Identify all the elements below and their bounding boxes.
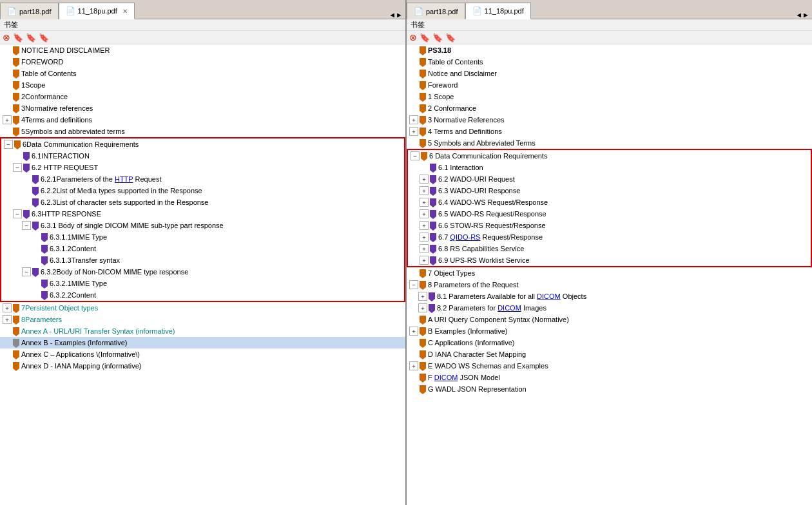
tree-item-r16[interactable]: + 6.6 STOW-RS Request/Response [408, 220, 811, 231]
tree-item-r5[interactable]: 1 Scope [407, 91, 812, 102]
expand-btn-plus[interactable]: + [420, 244, 429, 253]
right-toolbar-icon-bookmark1[interactable]: 🔖 [420, 33, 430, 43]
tree-item-l11[interactable]: − 6.2 HTTP REQUEST [1, 162, 404, 173]
left-toolbar-icon-bookmark1[interactable]: 🔖 [13, 33, 23, 43]
tree-item-r22[interactable]: + 8.1 Parameters Available for all DICOM… [407, 291, 812, 302]
tree-item-r8[interactable]: + 4 Terms and Definitions [407, 126, 812, 137]
expand-btn-plus[interactable]: + [420, 256, 429, 265]
tree-item-l19[interactable]: 6.3.1.3Transfer syntax [1, 254, 404, 266]
expand-btn-plus[interactable]: + [420, 209, 429, 218]
tree-item-r23[interactable]: + 8.2 Parameters for DICOM Images [407, 302, 812, 314]
tree-item-r10[interactable]: − 6 Data Communication Requirements [408, 150, 811, 162]
tree-item-r13[interactable]: + 6.3 WADO-URI Response [408, 185, 811, 196]
tree-item-l28[interactable]: Annex D - IANA Mapping (informative) [0, 360, 405, 372]
expand-btn-minus[interactable]: − [13, 209, 22, 218]
tree-item-r14[interactable]: + 6.4 WADO-WS Request/Response [408, 196, 811, 208]
right-toolbar-icon-close[interactable]: ⊗ [409, 32, 417, 43]
right-tab-11_18pu[interactable]: 📄 11_18pu.pdf [465, 3, 531, 19]
tree-item-l16[interactable]: − 6.3.1 Body of single DICOM MIME sub-ty… [1, 220, 404, 231]
left-tab-part18[interactable]: 📄 part18.pdf [0, 3, 59, 19]
tree-item-r28[interactable]: + E WADO WS Schemas and Examples [407, 360, 812, 372]
left-tab-close[interactable]: ✕ [122, 8, 128, 15]
tree-item-r26[interactable]: C Applications (Informative) [407, 337, 812, 348]
tree-item-r3[interactable]: Notice and Disclaimer [407, 68, 812, 79]
expand-btn-plus[interactable]: + [420, 175, 429, 184]
right-toolbar-icon-bookmark3[interactable]: 🔖 [445, 33, 456, 43]
link-text[interactable]: DICOM [498, 304, 521, 312]
expand-btn-minus[interactable]: − [4, 140, 13, 149]
tree-item-r25[interactable]: + B Examples (Informative) [407, 325, 812, 337]
tree-item-r29[interactable]: F DICOM JSON Model [407, 372, 812, 383]
tree-item-l27[interactable]: Annex C – Applications \(Informative\) [0, 348, 405, 360]
tree-item-l4[interactable]: 1Scope [0, 79, 405, 91]
tree-item-l3[interactable]: Table of Contents [0, 68, 405, 79]
expand-btn-plus[interactable]: + [418, 303, 427, 312]
link-text[interactable]: QIDO-RS [450, 233, 480, 241]
expand-btn-plus[interactable]: + [3, 115, 12, 124]
expand-btn-plus[interactable]: + [409, 115, 418, 124]
tree-item-l14[interactable]: 6.2.3List of character sets supported in… [1, 196, 404, 208]
left-toolbar-icon-bookmark3[interactable]: 🔖 [39, 33, 49, 43]
tree-item-r2[interactable]: Table of Contents [407, 56, 812, 68]
tree-item-l26[interactable]: Annex B - Examples (Informative) [0, 337, 405, 348]
expand-btn-plus[interactable]: + [420, 233, 429, 242]
right-nav-prev[interactable]: ◄ [795, 11, 802, 19]
tree-item-r11[interactable]: 6.1 Interaction [408, 162, 811, 173]
tree-item-r21[interactable]: − 8 Parameters of the Request [407, 279, 812, 291]
tree-item-r18[interactable]: + 6.8 RS Capabilities Service [408, 243, 811, 254]
tree-item-l8[interactable]: 5Symbols and abbreviated terms [0, 126, 405, 137]
expand-btn-plus[interactable]: + [3, 315, 12, 324]
tree-item-l10[interactable]: 6.1INTERACTION [1, 150, 404, 162]
expand-btn-plus[interactable]: + [420, 198, 429, 207]
expand-btn-minus[interactable]: − [411, 151, 420, 160]
tree-item-l24[interactable]: + 8Parameters [0, 314, 405, 325]
tree-item-r12[interactable]: + 6.2 WADO-URI Request [408, 173, 811, 185]
tree-item-l2[interactable]: FOREWORD [0, 56, 405, 68]
tree-item-r7[interactable]: + 3 Normative References [407, 114, 812, 126]
right-tab-part18[interactable]: 📄 part18.pdf [407, 3, 465, 19]
tree-item-r20[interactable]: 7 Object Types [407, 267, 812, 279]
tree-item-l5[interactable]: 2Conformance [0, 91, 405, 102]
link-text[interactable]: DICOM [434, 374, 458, 381]
expand-btn-plus[interactable]: + [418, 292, 427, 301]
left-toolbar-icon-close[interactable]: ⊗ [3, 32, 10, 43]
tree-item-l25[interactable]: Annex A - URL/URI Transfer Syntax (infor… [0, 325, 405, 337]
expand-btn-minus[interactable]: − [22, 267, 31, 276]
tree-item-r4[interactable]: Foreword [407, 79, 812, 91]
tree-item-l17[interactable]: 6.3.1.1MIME Type [1, 231, 404, 243]
expand-btn-plus[interactable]: + [420, 221, 429, 230]
tree-item-l6[interactable]: 3Normative references [0, 102, 405, 114]
tree-item-r24[interactable]: A URI Query Component Syntax (Normative) [407, 314, 812, 325]
tree-item-r9[interactable]: 5 Symbols and Abbreviated Terms [407, 137, 812, 149]
tree-item-l21[interactable]: 6.3.2.1MIME Type [1, 278, 404, 289]
tree-item-l9[interactable]: − 6Data Communication Requirements [1, 138, 404, 150]
tree-item-l20[interactable]: − 6.3.2Body of Non-DICOM MIME type respo… [1, 266, 404, 278]
tree-item-l13[interactable]: 6.2.2List of Media types supported in th… [1, 185, 404, 196]
tree-item-r6[interactable]: 2 Conformance [407, 102, 812, 114]
expand-btn-minus[interactable]: − [409, 280, 418, 289]
link-text[interactable]: HTTP [115, 175, 133, 183]
left-toolbar-icon-bookmark2[interactable]: 🔖 [26, 33, 36, 43]
tree-item-r15[interactable]: + 6.5 WADO-RS Request/Response [408, 208, 811, 220]
tree-item-l22[interactable]: 6.3.2.2Content [1, 289, 404, 301]
tree-item-r30[interactable]: G WADL JSON Representation [407, 383, 812, 395]
tree-item-l15[interactable]: − 6.3HTTP RESPONSE [1, 208, 404, 220]
expand-btn-plus[interactable]: + [420, 186, 429, 195]
left-nav-next[interactable]: ► [396, 11, 403, 19]
tree-item-l1[interactable]: NOTICE AND DISCLAIMER [0, 44, 405, 56]
tree-item-l23[interactable]: + 7Persistent Object types [0, 302, 405, 314]
expand-btn-plus[interactable]: + [409, 361, 418, 370]
expand-btn-plus[interactable]: + [409, 327, 418, 336]
tree-item-r19[interactable]: + 6.9 UPS-RS Worklist Service [408, 254, 811, 266]
right-nav-next[interactable]: ► [802, 11, 809, 19]
left-nav-prev[interactable]: ◄ [389, 11, 396, 19]
tree-item-l7[interactable]: + 4Terms and definitions [0, 114, 405, 126]
left-tab-11_18pu[interactable]: 📄 11_18pu.pdf ✕ [59, 3, 135, 19]
tree-item-l12[interactable]: 6.2.1Parameters of the HTTP Request [1, 173, 404, 185]
tree-item-r1[interactable]: PS3.18 [407, 44, 812, 56]
expand-btn-minus[interactable]: − [13, 163, 22, 172]
right-toolbar-icon-bookmark2[interactable]: 🔖 [432, 33, 443, 43]
expand-btn-minus[interactable]: − [22, 221, 31, 230]
tree-item-r17[interactable]: + 6.7 QIDO-RS Request/Response [408, 231, 811, 243]
expand-btn-plus[interactable]: + [3, 303, 12, 312]
